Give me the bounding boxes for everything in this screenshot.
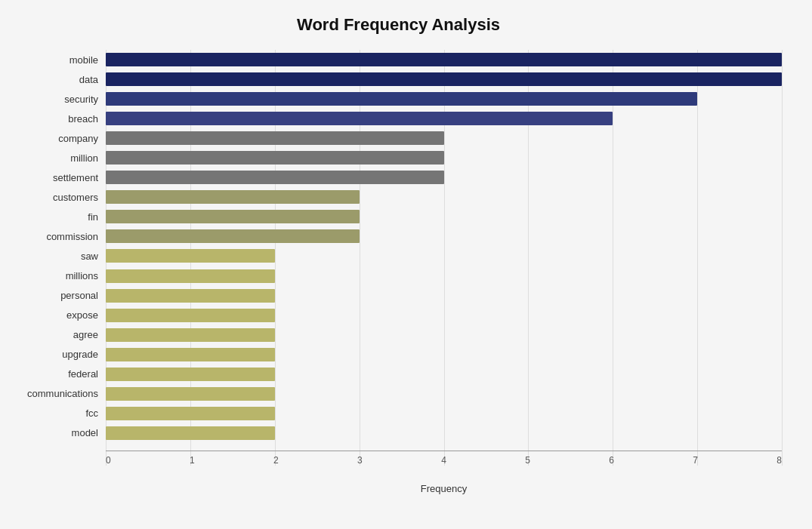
- bar: [106, 426, 275, 440]
- x-tick: 6: [609, 455, 614, 466]
- y-label: fin: [88, 212, 98, 222]
- bar: [106, 289, 275, 303]
- bar-row: [106, 71, 782, 88]
- bar-row: [106, 405, 782, 422]
- y-label: model: [72, 428, 98, 438]
- bar-row: [106, 425, 782, 441]
- bar-row: [106, 288, 782, 304]
- bar-row: [106, 91, 782, 107]
- bar-row: [106, 386, 782, 402]
- bar: [106, 151, 444, 165]
- bar-row: [106, 228, 782, 245]
- y-label: million: [70, 153, 98, 163]
- bar: [106, 190, 360, 204]
- x-tick: 7: [693, 455, 698, 466]
- bar-row: [106, 248, 782, 264]
- bar: [106, 229, 360, 243]
- chart-area: mobiledatasecuritybreachcompanymillionse…: [15, 50, 782, 466]
- bar-row: [106, 110, 782, 127]
- chart-container: Word Frequency Analysis mobiledatasecuri…: [0, 0, 812, 529]
- y-label: communications: [27, 389, 98, 398]
- y-label: data: [79, 75, 98, 85]
- x-tick: 5: [525, 455, 530, 466]
- bar: [106, 269, 275, 283]
- x-axis: 012345678: [106, 443, 782, 466]
- y-label: upgrade: [62, 349, 98, 359]
- bar: [106, 131, 444, 145]
- bar-row: [106, 268, 782, 284]
- y-label: fcc: [85, 408, 98, 418]
- bar: [106, 171, 444, 184]
- y-labels: mobiledatasecuritybreachcompanymillionse…: [15, 50, 106, 466]
- y-label: millions: [66, 271, 98, 281]
- y-label: security: [64, 94, 98, 104]
- chart-title: Word Frequency Analysis: [15, 15, 782, 35]
- bar-row: [106, 208, 782, 225]
- y-label: expose: [66, 310, 98, 320]
- bar-row: [106, 346, 782, 363]
- bar-row: [106, 169, 782, 186]
- x-tick: 3: [357, 455, 363, 466]
- bar: [106, 112, 613, 125]
- bar-row: [106, 51, 782, 68]
- y-label: mobile: [69, 55, 98, 65]
- bar: [106, 368, 275, 381]
- y-label: personal: [60, 291, 98, 300]
- bar: [106, 309, 275, 322]
- x-axis-label: Frequency: [106, 483, 782, 494]
- bar-row: [106, 307, 782, 324]
- x-tick: 0: [106, 455, 111, 466]
- grid-line: [782, 50, 783, 466]
- x-tick: 2: [273, 455, 279, 466]
- bar: [106, 72, 782, 86]
- y-label: breach: [68, 114, 98, 124]
- y-label: commission: [46, 232, 98, 241]
- y-label: customers: [53, 192, 98, 202]
- bar: [106, 53, 782, 66]
- bar: [106, 328, 275, 342]
- bar: [106, 407, 275, 420]
- bar: [106, 387, 275, 401]
- x-ticks: 012345678: [106, 451, 782, 466]
- x-tick: 4: [441, 455, 446, 466]
- bar-row: [106, 189, 782, 205]
- bar: [106, 249, 275, 263]
- bars-section: 012345678 Frequency: [106, 50, 782, 466]
- bar-row: [106, 366, 782, 383]
- y-label: company: [58, 134, 98, 143]
- bar: [106, 92, 697, 106]
- y-label: agree: [73, 330, 98, 340]
- bars-inner: [106, 50, 782, 466]
- y-label: settlement: [53, 173, 98, 183]
- x-tick: 8: [776, 455, 782, 466]
- bar: [106, 210, 360, 223]
- bar: [106, 348, 275, 361]
- bar-row: [106, 130, 782, 146]
- x-tick: 1: [190, 455, 195, 466]
- bar-row: [106, 149, 782, 166]
- bar-row: [106, 327, 782, 343]
- y-label: saw: [81, 251, 98, 261]
- y-label: federal: [68, 369, 98, 379]
